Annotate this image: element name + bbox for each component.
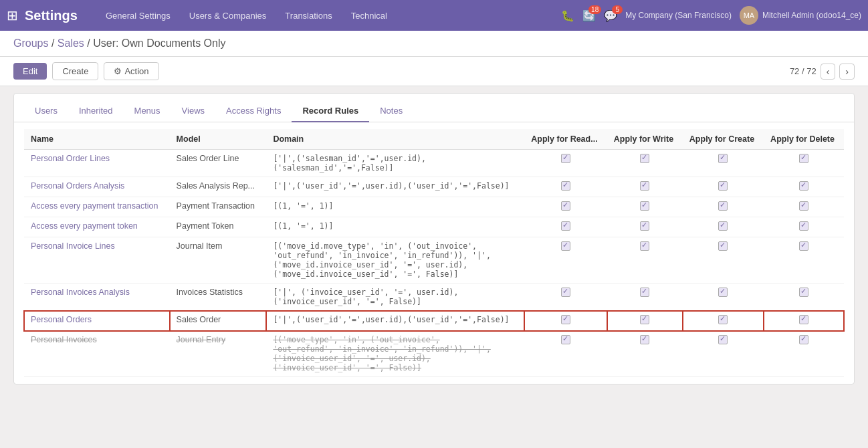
cell-model-1: Sales Analysis Rep... (170, 177, 267, 197)
col-delete: Apply for Delete (764, 129, 844, 150)
cell-model-7: Journal Entry (170, 331, 267, 377)
breadcrumb-groups[interactable]: Groups (13, 37, 48, 49)
table-row[interactable]: Personal Invoices Journal Entry [('move_… (24, 331, 844, 377)
breadcrumb-current: User: Own Documents Only (93, 37, 225, 49)
check-write-icon (640, 154, 649, 163)
apps-icon[interactable]: ⊞ (7, 7, 18, 23)
updates-icon[interactable]: 🔄18 (582, 9, 596, 22)
messages-badge: 5 (612, 5, 623, 14)
check-read-icon (561, 288, 570, 297)
cell-name-1: Personal Orders Analysis (24, 177, 170, 197)
tab-container: Users Inherited Menus Views Access Right… (13, 93, 855, 384)
check-delete-icon (799, 154, 808, 163)
tab-notes[interactable]: Notes (369, 100, 413, 122)
cell-create-5 (683, 284, 764, 311)
tab-record-rules[interactable]: Record Rules (292, 100, 369, 122)
edit-button[interactable]: Edit (13, 63, 47, 80)
action-button[interactable]: ⚙ Action (104, 62, 158, 80)
check-read-icon (561, 201, 570, 211)
check-delete-icon (799, 201, 808, 211)
check-create-icon (718, 315, 728, 324)
check-read-icon (561, 154, 570, 163)
check-write-icon (640, 201, 649, 211)
col-name: Name (24, 129, 170, 150)
tab-inherited[interactable]: Inherited (68, 100, 124, 122)
cell-read-5 (524, 284, 607, 311)
check-delete-icon (799, 315, 808, 324)
check-write-icon (640, 241, 649, 251)
messages-icon[interactable]: 💬5 (604, 9, 617, 22)
user-menu[interactable]: MA Mitchell Admin (odoo14_ce) (740, 6, 861, 25)
cell-write-3 (607, 217, 683, 237)
check-delete-icon (799, 221, 808, 231)
menu-translations[interactable]: Translations (277, 7, 340, 25)
tab-menus[interactable]: Menus (124, 100, 171, 122)
toolbar: Edit Create ⚙ Action 72 / 72 ‹ › (0, 57, 868, 86)
check-write-icon (640, 181, 649, 191)
cell-read-2 (524, 197, 607, 217)
cell-write-4 (607, 237, 683, 284)
check-delete-icon (799, 335, 808, 344)
cell-read-1 (524, 177, 607, 197)
action-label: Action (124, 66, 148, 76)
menu-general-settings[interactable]: General Settings (98, 7, 179, 25)
tab-views[interactable]: Views (171, 100, 215, 122)
tab-access-rights[interactable]: Access Rights (215, 100, 292, 122)
cell-delete-6 (764, 311, 844, 331)
check-write-icon (640, 315, 649, 324)
cell-name-5: Personal Invoices Analysis (24, 284, 170, 311)
cell-write-2 (607, 197, 683, 217)
check-create-icon (718, 335, 728, 344)
check-create-icon (718, 221, 728, 231)
cell-write-1 (607, 177, 683, 197)
col-read: Apply for Read... (524, 129, 607, 150)
tab-users[interactable]: Users (24, 100, 68, 122)
table-row[interactable]: Personal Orders Analysis Sales Analysis … (24, 177, 844, 197)
breadcrumb-sales[interactable]: Sales (58, 37, 84, 49)
cell-read-0 (524, 150, 607, 177)
cell-domain-0: ['|',('salesman_id','=',user.id), ('sale… (266, 150, 524, 177)
cell-domain-6: ['|',('user_id','=',user.id),('user_id',… (266, 311, 524, 331)
cell-create-7 (683, 331, 764, 377)
tabs: Users Inherited Menus Views Access Right… (14, 100, 854, 122)
col-model: Model (170, 129, 267, 150)
col-create: Apply for Create (683, 129, 764, 150)
check-write-icon (640, 221, 649, 231)
cell-domain-2: [(1, '=', 1)] (266, 197, 524, 217)
cell-create-3 (683, 217, 764, 237)
menu-users-companies[interactable]: Users & Companies (181, 7, 275, 25)
check-delete-icon (799, 288, 808, 297)
table-row[interactable]: Personal Order Lines Sales Order Line ['… (24, 150, 844, 177)
check-create-icon (718, 201, 728, 211)
cell-name-4: Personal Invoice Lines (24, 237, 170, 284)
cell-name-0: Personal Order Lines (24, 150, 170, 177)
record-rules-table: Name Model Domain Apply for Read... Appl… (24, 129, 844, 377)
cell-write-5 (607, 284, 683, 311)
table-row[interactable]: Personal Orders Sales Order ['|',('user_… (24, 311, 844, 331)
check-create-icon (718, 241, 728, 251)
cell-model-2: Payment Transaction (170, 197, 267, 217)
cell-domain-3: [(1, '=', 1)] (266, 217, 524, 237)
cell-model-5: Invoices Statistics (170, 284, 267, 311)
topnav-right: 🐛 🔄18 💬5 My Company (San Francisco) MA M… (561, 6, 861, 25)
menu-technical[interactable]: Technical (343, 7, 395, 25)
company-selector[interactable]: My Company (San Francisco) (625, 11, 732, 20)
table-row[interactable]: Personal Invoice Lines Journal Item [('m… (24, 237, 844, 284)
check-delete-icon (799, 181, 808, 191)
cell-model-6: Sales Order (170, 311, 267, 331)
table-wrapper: Name Model Domain Apply for Read... Appl… (14, 122, 854, 384)
check-create-icon (718, 154, 728, 163)
table-row[interactable]: Access every payment transaction Payment… (24, 197, 844, 217)
table-header-row: Name Model Domain Apply for Read... Appl… (24, 129, 844, 150)
table-row[interactable]: Personal Invoices Analysis Invoices Stat… (24, 284, 844, 311)
cell-domain-5: ['|', ('invoice_user_id', '=', user.id),… (266, 284, 524, 311)
cell-read-3 (524, 217, 607, 237)
check-read-icon (561, 335, 570, 344)
cell-model-3: Payment Token (170, 217, 267, 237)
breadcrumb: Groups / Sales / User: Own Documents Onl… (0, 31, 868, 57)
create-button[interactable]: Create (52, 62, 98, 80)
table-row[interactable]: Access every payment token Payment Token… (24, 217, 844, 237)
prev-button[interactable]: ‹ (821, 64, 836, 80)
next-button[interactable]: › (839, 64, 855, 80)
bug-icon[interactable]: 🐛 (561, 9, 574, 22)
